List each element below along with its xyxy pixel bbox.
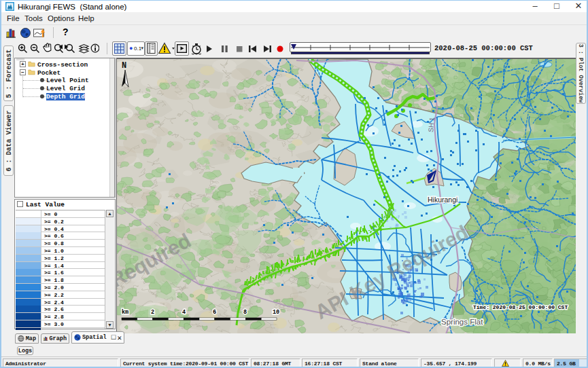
- svg-text:6: 6: [213, 309, 216, 316]
- svg-text:SH 1: SH 1: [427, 117, 436, 133]
- svg-text:8: 8: [243, 309, 247, 316]
- svg-text:N: N: [122, 61, 126, 71]
- svg-text:10: 10: [273, 309, 279, 316]
- svg-text:Hikurangi: Hikurangi: [428, 196, 457, 204]
- svg-text:Time: 2020-08-25 00:00:00 CST: Time: 2020-08-25 00:00:00 CST: [473, 304, 568, 310]
- svg-text:2: 2: [151, 309, 154, 316]
- svg-text:km: km: [122, 309, 128, 316]
- svg-text:4: 4: [182, 309, 186, 316]
- svg-text:Springs Flat: Springs Flat: [441, 318, 483, 326]
